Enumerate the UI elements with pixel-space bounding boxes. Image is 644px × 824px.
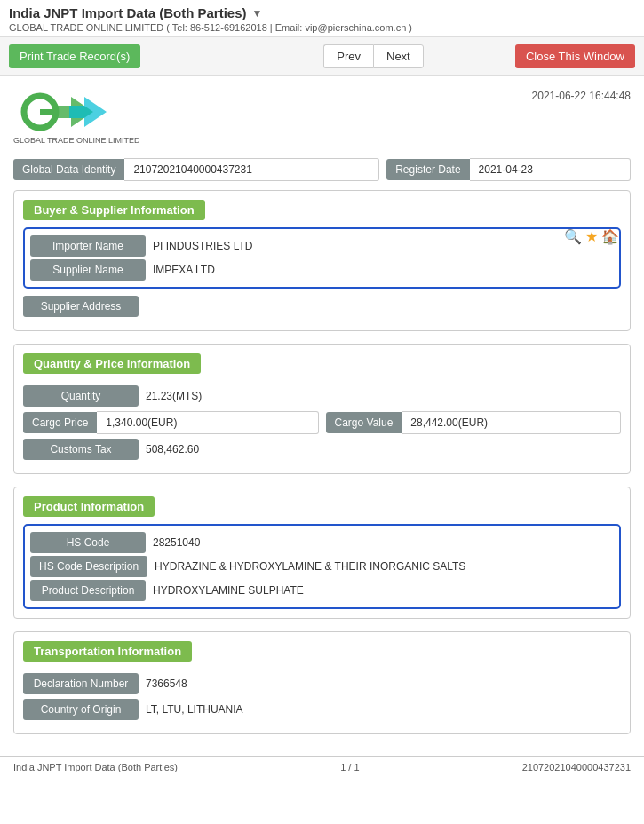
hs-code-label: HS Code <box>30 532 146 553</box>
page-subtitle: GLOBAL TRADE ONLINE LIMITED ( Tel: 86-51… <box>9 22 635 33</box>
decl-number-value: 7366548 <box>146 673 187 694</box>
hs-code-row: HS Code 28251040 <box>30 532 614 553</box>
global-data-value: 21072021040000437231 <box>124 158 379 181</box>
next-button[interactable]: Next <box>373 44 424 68</box>
svg-rect-1 <box>40 109 54 115</box>
global-data-field: Global Data Identity 2107202104000043723… <box>13 158 379 181</box>
register-date-field: Register Date 2021-04-23 <box>386 158 631 181</box>
buyer-supplier-section: Buyer & Supplier Information 🔍 ★ 🏠 Impor… <box>13 190 631 331</box>
decl-number-row: Declaration Number 7366548 <box>23 673 621 694</box>
search-icon[interactable]: 🔍 <box>564 228 582 245</box>
importer-value: PI INDUSTRIES LTD <box>153 235 252 257</box>
country-origin-label: Country of Origin <box>23 699 139 720</box>
close-button[interactable]: Close This Window <box>515 44 635 68</box>
country-origin-row: Country of Origin LT, LTU, LITHUANIA <box>23 699 621 720</box>
home-icon[interactable]: 🏠 <box>601 228 619 245</box>
decl-number-label: Declaration Number <box>23 673 139 694</box>
hs-code-desc-label: HS Code Description <box>30 556 147 577</box>
importer-label: Importer Name <box>30 235 146 257</box>
product-desc-value: HYDROXYLAMINE SULPHATE <box>153 580 304 601</box>
footer-left: India JNPT Import Data (Both Parties) <box>13 762 178 772</box>
product-desc-row: Product Description HYDROXYLAMINE SULPHA… <box>30 580 614 601</box>
cargo-price-label: Cargo Price <box>23 412 97 433</box>
supplier-row: Supplier Name IMPEXA LTD <box>30 259 614 281</box>
footer-center: 1 / 1 <box>340 762 359 772</box>
transportation-section: Transportation Information Declaration N… <box>13 631 631 734</box>
hs-code-desc-value: HYDRAZINE & HYDROXYLAMINE & THEIR INORGA… <box>155 556 465 577</box>
record-header: GLOBAL TRADE ONLINE LIMITED 2021-06-22 1… <box>13 85 631 149</box>
record-datetime: 2021-06-22 16:44:48 <box>532 90 631 102</box>
cargo-price-value: 1,340.00(EUR) <box>97 411 318 434</box>
star-icon[interactable]: ★ <box>585 228 598 245</box>
supplier-address-row: Supplier Address <box>23 296 621 317</box>
top-header: India JNPT Import Data (Both Parties) ▼ … <box>0 0 644 37</box>
customs-tax-value: 508,462.60 <box>146 439 199 460</box>
cargo-price-field: Cargo Price 1,340.00(EUR) <box>23 411 319 434</box>
cargo-value-value: 28,442.00(EUR) <box>402 411 621 434</box>
supplier-label: Supplier Name <box>30 259 146 281</box>
country-origin-value: LT, LTU, LITHUANIA <box>146 699 243 720</box>
product-highlight: HS Code 28251040 HS Code Description HYD… <box>23 524 621 609</box>
logo-area: GLOBAL TRADE ONLINE LIMITED <box>13 90 140 145</box>
register-date-value: 2021-04-23 <box>470 158 631 181</box>
company-name: GLOBAL TRADE ONLINE LIMITED <box>13 136 140 145</box>
nav-group: Prev Next <box>323 44 423 68</box>
title-text: India JNPT Import Data (Both Parties) <box>9 5 247 20</box>
register-date-label: Register Date <box>386 159 469 180</box>
quantity-value: 21.23(MTS) <box>146 385 202 407</box>
cargo-price-row: Cargo Price 1,340.00(EUR) Cargo Value 28… <box>23 411 621 434</box>
hs-code-desc-row: HS Code Description HYDRAZINE & HYDROXYL… <box>30 556 614 577</box>
company-logo <box>13 90 129 134</box>
quantity-price-title: Quantity & Price Information <box>23 353 201 374</box>
section-icons: 🔍 ★ 🏠 <box>564 228 619 245</box>
print-button[interactable]: Print Trade Record(s) <box>9 44 140 68</box>
cargo-value-label: Cargo Value <box>326 412 402 433</box>
main-content: GLOBAL TRADE ONLINE LIMITED 2021-06-22 1… <box>0 76 644 756</box>
transportation-title: Transportation Information <box>23 641 192 662</box>
product-section: Product Information HS Code 28251040 HS … <box>13 487 631 619</box>
cargo-value-field: Cargo Value 28,442.00(EUR) <box>326 411 622 434</box>
customs-tax-row: Customs Tax 508,462.60 <box>23 439 621 460</box>
page-footer: India JNPT Import Data (Both Parties) 1 … <box>0 756 644 778</box>
customs-tax-label: Customs Tax <box>23 439 139 460</box>
quantity-price-section: Quantity & Price Information Quantity 21… <box>13 344 631 474</box>
product-title: Product Information <box>23 496 155 517</box>
quantity-label: Quantity <box>23 385 139 407</box>
toolbar: Print Trade Record(s) Prev Next Close Th… <box>0 37 644 76</box>
footer-right: 21072021040000437231 <box>522 762 631 772</box>
supplier-value: IMPEXA LTD <box>153 259 215 281</box>
supplier-address-label: Supplier Address <box>23 296 139 317</box>
importer-row: Importer Name PI INDUSTRIES LTD <box>30 235 614 257</box>
product-desc-label: Product Description <box>30 580 146 601</box>
identity-row: Global Data Identity 2107202104000043723… <box>13 158 631 181</box>
global-data-label: Global Data Identity <box>13 159 124 180</box>
dropdown-arrow-icon[interactable]: ▼ <box>252 7 263 20</box>
importer-supplier-highlight: Importer Name PI INDUSTRIES LTD Supplier… <box>23 227 621 289</box>
buyer-supplier-title: Buyer & Supplier Information <box>23 200 205 220</box>
hs-code-value: 28251040 <box>153 532 200 553</box>
prev-button[interactable]: Prev <box>323 44 373 68</box>
page-title: India JNPT Import Data (Both Parties) ▼ <box>9 5 635 20</box>
quantity-row: Quantity 21.23(MTS) <box>23 385 621 407</box>
